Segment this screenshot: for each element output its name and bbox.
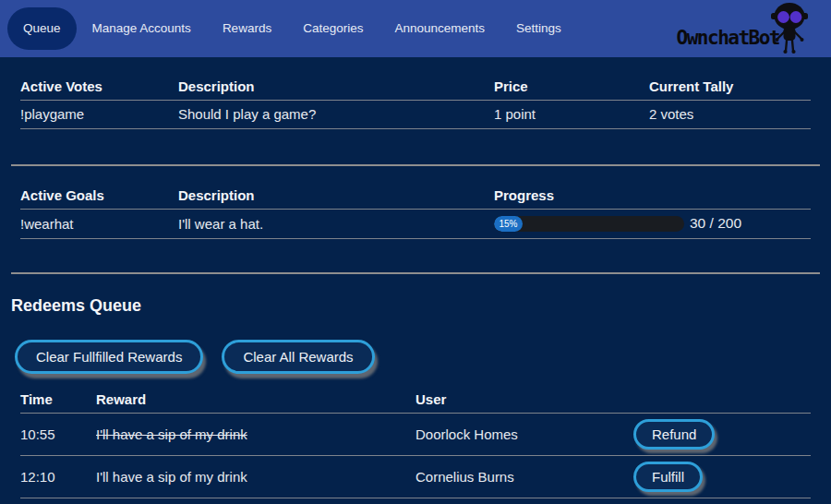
goals-header-description: Description [178,181,494,210]
redeem-time: 10:55 [20,414,96,456]
progress-bar-fill: 15% [494,216,523,232]
fulfill-button[interactable]: Fulfill [633,462,703,492]
table-header-row: Time Reward User [20,385,811,414]
goal-command: !wearhat [20,210,178,239]
redeem-user: Doorlock Homes [416,414,633,456]
redeems-queue-title: Redeems Queue [11,296,820,316]
app-logo: OwnchatBot [677,0,811,57]
goals-header-progress: Progress [494,181,811,210]
section-divider [11,272,820,274]
redeem-time: 12:10 [20,456,96,498]
redeem-reward-text: I'll have a sip of my drink [96,426,247,442]
progress-bar-track: 15% [494,216,684,232]
active-goals-table: Active Goals Description Progress !wearh… [20,181,811,239]
active-votes-table: Active Votes Description Price Current T… [20,72,811,129]
vote-command: !playgame [20,101,178,129]
table-row: !wearhat I'll wear a hat. 15% 30 / 200 [20,210,811,239]
redeem-reward-text: I'll have a sip of my drink [96,469,247,485]
redeems-actions: Clear Fullfilled Rewards Clear All Rewar… [15,340,820,374]
tab-manage-accounts[interactable]: Manage Accounts [77,7,207,50]
table-header-row: Active Votes Description Price Current T… [20,72,811,101]
table-row: !playgame Should I play a game? 1 point … [20,101,811,129]
tab-announcements[interactable]: Announcements [379,7,500,50]
redeem-user: Cornelius Burns [416,456,633,498]
goals-header-command: Active Goals [20,181,178,210]
goal-description: I'll wear a hat. [178,210,494,239]
table-row: 10:55 I'll have a sip of my drink Doorlo… [20,414,811,456]
refund-button[interactable]: Refund [633,419,715,450]
vote-description: Should I play a game? [178,101,494,129]
tab-queue[interactable]: Queue [7,7,77,50]
goal-progress-cell: 15% 30 / 200 [494,210,811,239]
vote-price: 1 point [494,101,649,129]
redeems-header-time: Time [20,385,96,414]
votes-header-tally: Current Tally [649,72,811,101]
clear-fulfilled-rewards-button[interactable]: Clear Fullfilled Rewards [15,340,203,374]
progress-count-label: 30 / 200 [690,215,741,232]
tab-settings[interactable]: Settings [500,7,577,50]
top-nav: Queue Manage Accounts Rewards Categories… [0,0,831,57]
votes-header-price: Price [494,72,649,101]
tab-categories[interactable]: Categories [287,7,379,50]
redeems-header-action [633,385,811,414]
page-content: Active Votes Description Price Current T… [0,72,831,498]
redeems-table: Time Reward User 10:55 I'll have a sip o… [20,385,811,498]
redeems-header-user: User [416,385,633,414]
votes-header-description: Description [178,72,494,101]
table-row: 12:10 I'll have a sip of my drink Cornel… [20,456,811,498]
vote-tally: 2 votes [649,101,811,129]
table-header-row: Active Goals Description Progress [20,181,811,210]
votes-header-command: Active Votes [20,72,178,101]
logo-wordmark: OwnchatBot [677,27,779,49]
redeems-header-reward: Reward [96,385,416,414]
clear-all-rewards-button[interactable]: Clear All Rewards [222,340,374,374]
tab-rewards[interactable]: Rewards [207,7,287,50]
section-divider [11,164,820,166]
